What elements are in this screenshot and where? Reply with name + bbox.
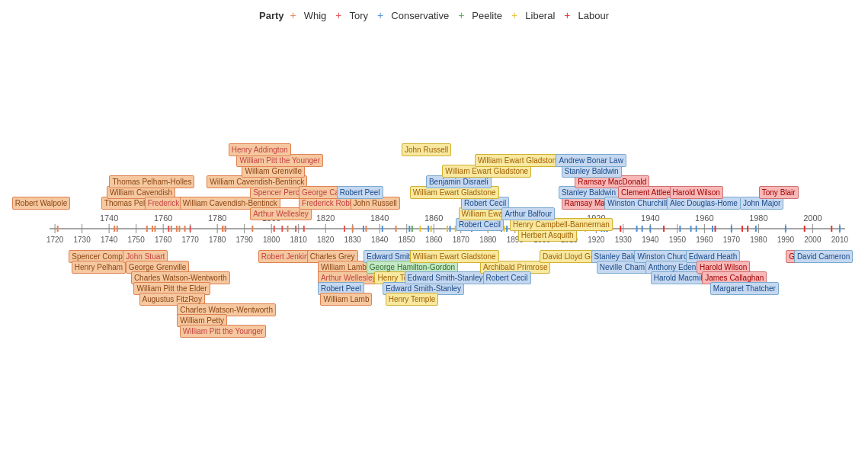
svg-text:1980: 1980 [749, 213, 767, 223]
svg-text:1760: 1760 [154, 213, 172, 223]
svg-text:1840: 1840 [370, 213, 389, 223]
svg-text:1980: 1980 [750, 236, 767, 244]
svg-text:1940: 1940 [642, 236, 659, 244]
svg-text:2000: 2000 [804, 236, 822, 244]
svg-text:1820: 1820 [317, 236, 335, 244]
svg-text:1800: 1800 [263, 236, 280, 244]
svg-text:1770: 1770 [182, 236, 200, 244]
svg-text:1760: 1760 [155, 236, 172, 244]
svg-text:1870: 1870 [453, 236, 470, 244]
svg-text:1740: 1740 [101, 236, 118, 244]
svg-text:1880: 1880 [479, 236, 497, 244]
svg-text:1850: 1850 [399, 236, 416, 244]
svg-text:1730: 1730 [73, 236, 91, 244]
svg-text:1940: 1940 [641, 213, 659, 223]
svg-text:2000: 2000 [803, 213, 822, 223]
timeline-svg: 1740176017801800182018401860188019001920… [0, 0, 868, 449]
svg-text:1960: 1960 [695, 213, 713, 223]
svg-text:2010: 2010 [831, 236, 849, 244]
svg-text:1860: 1860 [425, 236, 443, 244]
svg-text:1780: 1780 [208, 213, 226, 223]
svg-text:1860: 1860 [424, 213, 443, 223]
svg-text:1840: 1840 [371, 236, 389, 244]
svg-text:1970: 1970 [723, 236, 741, 244]
svg-text:1740: 1740 [100, 213, 118, 223]
svg-text:1930: 1930 [615, 236, 633, 244]
chart-container: Party + Whig + Tory + Conservative + Pee… [0, 0, 868, 449]
svg-text:1790: 1790 [236, 236, 254, 244]
svg-text:1750: 1750 [128, 236, 146, 244]
svg-text:1990: 1990 [777, 236, 795, 244]
svg-text:1810: 1810 [290, 236, 308, 244]
svg-text:1960: 1960 [696, 236, 713, 244]
svg-text:1780: 1780 [209, 236, 226, 244]
svg-text:1720: 1720 [46, 236, 64, 244]
svg-text:1830: 1830 [344, 236, 362, 244]
svg-text:1950: 1950 [669, 236, 687, 244]
